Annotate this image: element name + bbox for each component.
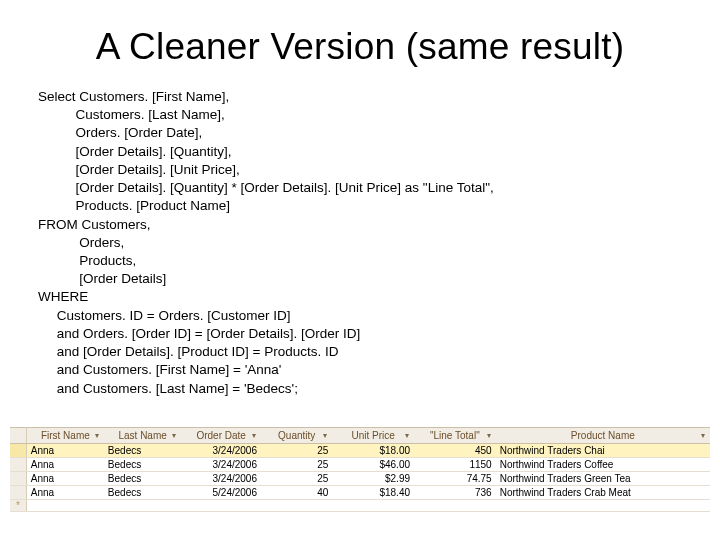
row-selector[interactable]: [10, 444, 26, 458]
cell-line-total: 450: [414, 444, 496, 458]
cell-last-name: Bedecs: [104, 458, 182, 472]
cell-first-name: Anna: [26, 472, 104, 486]
empty-cell: [181, 500, 261, 512]
empty-cell: [496, 500, 710, 512]
col-product-name[interactable]: Product Name▾: [496, 428, 710, 444]
cell-product-name: Northwind Traders Green Tea: [496, 472, 710, 486]
cell-quantity: 25: [261, 458, 332, 472]
cell-line-total: 74.75: [414, 472, 496, 486]
cell-order-date: 5/24/2006: [181, 486, 261, 500]
result-table: First Name▾ Last Name▾ Order Date▾ Quant…: [10, 427, 710, 512]
cell-quantity: 40: [261, 486, 332, 500]
empty-cell: [414, 500, 496, 512]
col-line-total[interactable]: "Line Total"▾: [414, 428, 496, 444]
cell-order-date: 3/24/2006: [181, 458, 261, 472]
cell-last-name: Bedecs: [104, 472, 182, 486]
col-last-name[interactable]: Last Name▾: [104, 428, 182, 444]
col-quantity[interactable]: Quantity▾: [261, 428, 332, 444]
table-row[interactable]: AnnaBedecs3/24/200625$2.9974.75Northwind…: [10, 472, 710, 486]
dropdown-icon: ▾: [402, 431, 412, 441]
cell-unit-price: $2.99: [332, 472, 414, 486]
slide-title: A Cleaner Version (same result): [38, 26, 682, 68]
cell-line-total: 1150: [414, 458, 496, 472]
cell-unit-price: $46.00: [332, 458, 414, 472]
sql-code-block: Select Customers. [First Name], Customer…: [38, 88, 682, 398]
new-record-marker: *: [10, 500, 26, 512]
table-row[interactable]: AnnaBedecs3/24/200625$18.00450Northwind …: [10, 444, 710, 458]
cell-first-name: Anna: [26, 486, 104, 500]
row-selector[interactable]: [10, 486, 26, 500]
new-record-row[interactable]: *: [10, 500, 710, 512]
empty-cell: [332, 500, 414, 512]
cell-product-name: Northwind Traders Coffee: [496, 458, 710, 472]
dropdown-icon: ▾: [169, 431, 179, 441]
cell-first-name: Anna: [26, 458, 104, 472]
col-order-date[interactable]: Order Date▾: [181, 428, 261, 444]
dropdown-icon: ▾: [484, 431, 494, 441]
row-selector[interactable]: [10, 472, 26, 486]
row-selector-header: [10, 428, 26, 444]
cell-first-name: Anna: [26, 444, 104, 458]
cell-product-name: Northwind Traders Chai: [496, 444, 710, 458]
cell-unit-price: $18.40: [332, 486, 414, 500]
result-table-wrap: First Name▾ Last Name▾ Order Date▾ Quant…: [10, 427, 710, 512]
cell-unit-price: $18.00: [332, 444, 414, 458]
table-row[interactable]: AnnaBedecs3/24/200625$46.001150Northwind…: [10, 458, 710, 472]
col-unit-price[interactable]: Unit Price▾: [332, 428, 414, 444]
dropdown-icon: ▾: [92, 431, 102, 441]
cell-order-date: 3/24/2006: [181, 472, 261, 486]
dropdown-icon: ▾: [249, 431, 259, 441]
cell-quantity: 25: [261, 444, 332, 458]
dropdown-icon: ▾: [320, 431, 330, 441]
cell-order-date: 3/24/2006: [181, 444, 261, 458]
cell-quantity: 25: [261, 472, 332, 486]
row-selector[interactable]: [10, 458, 26, 472]
table-row[interactable]: AnnaBedecs5/24/200640$18.40736Northwind …: [10, 486, 710, 500]
empty-cell: [261, 500, 332, 512]
cell-product-name: Northwind Traders Crab Meat: [496, 486, 710, 500]
empty-cell: [26, 500, 104, 512]
result-header-row: First Name▾ Last Name▾ Order Date▾ Quant…: [10, 428, 710, 444]
cell-last-name: Bedecs: [104, 486, 182, 500]
cell-last-name: Bedecs: [104, 444, 182, 458]
col-first-name[interactable]: First Name▾: [26, 428, 104, 444]
cell-line-total: 736: [414, 486, 496, 500]
empty-cell: [104, 500, 182, 512]
dropdown-icon: ▾: [698, 431, 708, 441]
